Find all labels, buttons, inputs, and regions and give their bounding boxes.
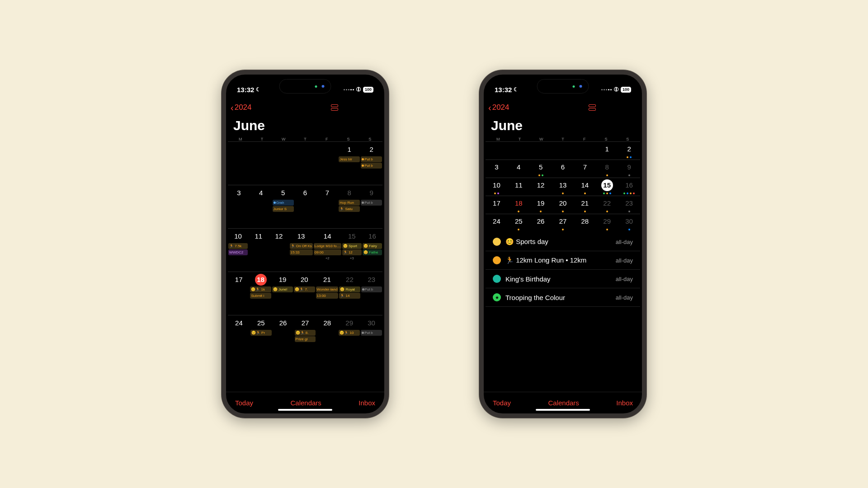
day-cell[interactable]: 29 — [596, 216, 618, 231]
day-cell[interactable]: 24 — [228, 317, 250, 357]
search-button[interactable] — [607, 103, 616, 112]
calendars-button[interactable]: Calendars — [548, 399, 579, 407]
day-cell[interactable]: 5 — [530, 161, 552, 177]
day-cell[interactable]: 28 — [316, 317, 338, 357]
event-chip[interactable]: 😊🏃 Pr — [250, 330, 272, 336]
event-chip[interactable]: 🏃 14 — [339, 293, 360, 299]
day-cell[interactable]: 20😊🏃 7. — [293, 274, 315, 314]
day-cell[interactable]: 13🏃 On Off Ks15:33 — [289, 230, 313, 271]
day-cell[interactable]: 17 — [486, 197, 508, 209]
day-cell[interactable]: 5GrahJunior S — [272, 187, 294, 227]
month-grid[interactable]: 1Jess bir2Put bPut b345GrahJunior S678Ho… — [226, 141, 384, 392]
event-chip[interactable]: 🏃 On Off Ks — [290, 243, 313, 249]
today-button[interactable]: Today — [493, 399, 511, 407]
day-cell[interactable]: 2Put bPut b — [360, 144, 382, 184]
event-chip[interactable]: Put b — [361, 286, 382, 292]
day-cell[interactable]: 8Hop Run🏃 Satu — [338, 187, 360, 227]
event-chip[interactable]: 😊🏃 1k — [250, 286, 271, 292]
event-chip[interactable]: 😊 Fathe — [363, 249, 382, 255]
day-cell[interactable]: 19 — [530, 197, 552, 213]
day-cell[interactable]: 27 — [552, 216, 574, 231]
day-cell[interactable]: 6 — [294, 187, 316, 227]
event-chip[interactable]: Put b — [361, 156, 382, 162]
event-chip[interactable]: 13:00 — [316, 293, 339, 299]
day-cell[interactable]: 8 — [596, 161, 618, 177]
add-event-button[interactable] — [368, 103, 377, 112]
event-chip[interactable]: Prize gi — [295, 336, 316, 342]
event-chip[interactable]: 15:33 — [290, 249, 313, 255]
day-cell[interactable]: 11 — [248, 230, 269, 271]
event-chip[interactable]: Wonder-land — [316, 286, 339, 292]
event-chip[interactable]: 😊 Sport — [342, 243, 362, 249]
event-chip[interactable]: Hop Run — [339, 200, 360, 206]
day-cell[interactable] — [486, 143, 508, 155]
inbox-button[interactable]: Inbox — [359, 399, 375, 407]
inbox-button[interactable]: Inbox — [616, 399, 633, 407]
event-chip[interactable]: 🏃 7.5k — [228, 243, 248, 249]
day-cell[interactable]: 12 — [269, 230, 289, 271]
day-cell[interactable]: 7 — [316, 187, 338, 227]
day-cell[interactable] — [294, 144, 316, 184]
event-chip[interactable]: Put b — [361, 163, 382, 169]
day-cell[interactable]: 20 — [552, 197, 574, 213]
day-cell[interactable]: 12 — [530, 179, 552, 191]
day-cell[interactable]: 27😊🏃 8.Prize gi — [294, 317, 316, 357]
event-chip[interactable]: 😊 Fairy — [363, 243, 382, 249]
event-chip[interactable]: 🏃 12 — [342, 249, 362, 255]
day-cell[interactable]: 18 — [508, 197, 530, 213]
day-cell[interactable]: 22😊 Royal🏃 14 — [339, 274, 360, 314]
calendars-button[interactable]: Calendars — [290, 399, 321, 407]
layout-toggle-button[interactable] — [330, 103, 339, 112]
day-cell[interactable]: 10 — [486, 179, 508, 195]
event-chip[interactable]: Jess bir — [339, 156, 360, 162]
event-chip[interactable]: Submit i — [250, 293, 271, 299]
event-chip[interactable]: Junior S — [273, 206, 294, 212]
day-cell[interactable]: 18😊🏃 1kSubmit i — [250, 274, 271, 314]
day-cell[interactable]: 4 — [508, 161, 530, 173]
day-cell[interactable]: 30Put b — [360, 317, 382, 357]
day-cell[interactable] — [228, 144, 250, 184]
event-list-item[interactable]: King's Birthdayall-day — [486, 270, 640, 288]
event-list-item[interactable]: ★Trooping the Colourall-day — [486, 288, 640, 307]
back-button[interactable]: ‹ 2024 — [488, 103, 509, 113]
day-cell[interactable]: 14 — [574, 179, 596, 195]
day-cell[interactable]: 7 — [574, 161, 596, 173]
event-list-item[interactable]: 😊 Sports dayall-day — [486, 233, 640, 251]
day-cell[interactable]: 1 — [596, 143, 618, 155]
home-indicator[interactable] — [278, 409, 332, 411]
event-chip[interactable]: 😊🏃 7. — [294, 286, 315, 292]
day-cell[interactable]: 10🏃 7.5kWWDC2 — [228, 230, 248, 271]
day-cell[interactable]: 25😊🏃 Pr — [250, 317, 272, 357]
more-events-indicator[interactable]: +2 — [326, 256, 330, 260]
day-cell[interactable] — [552, 143, 574, 155]
day-cell[interactable]: 23Put b — [361, 274, 382, 314]
day-cell[interactable]: 13 — [552, 179, 574, 195]
day-cell[interactable]: 1Jess bir — [338, 144, 360, 184]
day-cell[interactable]: 28 — [574, 216, 596, 227]
day-cell[interactable]: 6 — [552, 161, 574, 173]
day-cell[interactable] — [316, 144, 338, 184]
day-cell[interactable]: 15😊 Sport🏃 12+3 — [342, 230, 362, 271]
event-chip[interactable]: 😊🏃 10 — [339, 330, 360, 336]
event-chip[interactable]: Put b — [361, 200, 382, 206]
day-cell[interactable] — [574, 143, 596, 155]
day-cell[interactable] — [530, 143, 552, 155]
day-cell[interactable]: 24 — [486, 216, 508, 227]
event-list-item[interactable]: 🏃 12km Long Run • 12kmall-day — [486, 251, 640, 270]
day-cell[interactable]: 21 — [574, 197, 596, 213]
day-cell[interactable]: 16 — [618, 179, 640, 195]
day-cell[interactable]: 9 — [618, 161, 640, 177]
day-cell[interactable]: 17 — [228, 274, 250, 314]
today-button[interactable]: Today — [235, 399, 253, 407]
day-cell[interactable]: 9Put b — [360, 187, 382, 227]
day-cell[interactable]: 21Wonder-land13:00 — [316, 274, 339, 314]
month-compact-grid[interactable]: 1234567891011121314151617181920212223242… — [486, 141, 640, 232]
event-chip[interactable]: 😊🏃 8. — [295, 330, 316, 336]
event-chip[interactable]: Lodge M10 fo… — [314, 243, 341, 249]
day-cell[interactable] — [272, 144, 294, 184]
day-cell[interactable]: 26 — [530, 216, 552, 227]
day-cell[interactable]: 19😊 June! — [272, 274, 293, 314]
event-chip[interactable]: WWDC2 — [228, 249, 248, 255]
day-cell[interactable]: 2 — [618, 143, 640, 159]
home-indicator[interactable] — [536, 409, 590, 411]
